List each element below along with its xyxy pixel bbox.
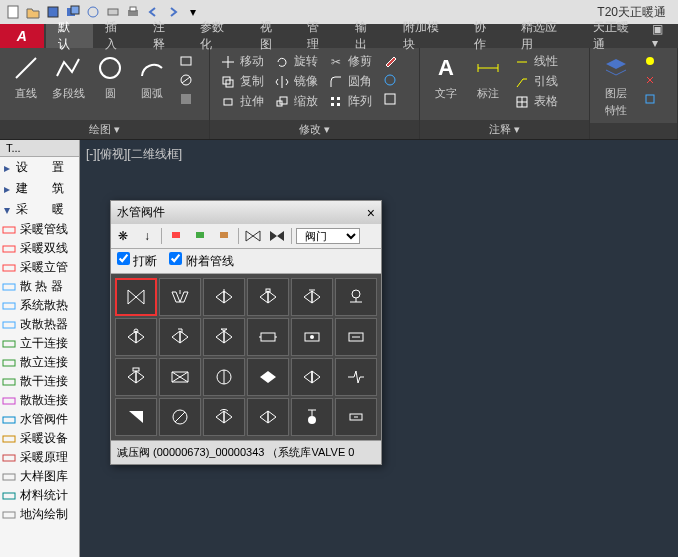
valve-symbol-4[interactable] bbox=[291, 278, 333, 316]
valve-symbol-18[interactable] bbox=[115, 398, 157, 436]
valve-symbol-20[interactable] bbox=[203, 398, 245, 436]
check-break[interactable]: 打断 bbox=[117, 252, 157, 270]
tab-manage[interactable]: 管理 bbox=[295, 24, 343, 48]
btn-scale[interactable]: 缩放 bbox=[270, 92, 322, 111]
valve-symbol-2[interactable] bbox=[203, 278, 245, 316]
valve-symbol-13[interactable] bbox=[159, 358, 201, 396]
btn-linear[interactable]: 线性 bbox=[510, 52, 562, 71]
side-item-11[interactable]: 采暖设备 bbox=[0, 429, 79, 448]
valve-symbol-22[interactable] bbox=[291, 398, 333, 436]
side-item-8[interactable]: 散干连接 bbox=[0, 372, 79, 391]
btn-dim[interactable]: 标注 bbox=[468, 52, 508, 101]
btn-copy[interactable]: 复制 bbox=[216, 72, 268, 91]
valve-symbol-0[interactable] bbox=[115, 278, 157, 316]
layer-state-3[interactable] bbox=[638, 90, 662, 108]
side-item-3[interactable]: 散 热 器 bbox=[0, 277, 79, 296]
valve-symbol-1[interactable] bbox=[159, 278, 201, 316]
tab-featured[interactable]: 精选应用 bbox=[509, 24, 580, 48]
btn-fillet[interactable]: 圆角 bbox=[324, 72, 376, 91]
palette-category-select[interactable]: 阀门 bbox=[296, 228, 360, 244]
btn-hatch-icon[interactable] bbox=[174, 71, 198, 89]
side-group-1[interactable]: ▸建 筑 bbox=[0, 178, 79, 199]
viewport-label[interactable]: [-][俯视][二维线框] bbox=[86, 146, 182, 163]
check-attach[interactable]: 附着管线 bbox=[169, 252, 233, 270]
btn-line[interactable]: 直线 bbox=[6, 52, 46, 101]
side-item-5[interactable]: 改散热器 bbox=[0, 315, 79, 334]
valve-symbol-16[interactable] bbox=[291, 358, 333, 396]
tab-default[interactable]: 默认 bbox=[46, 24, 94, 48]
side-item-15[interactable]: 地沟绘制 bbox=[0, 505, 79, 524]
btn-trim[interactable]: ✂修剪 bbox=[324, 52, 376, 71]
btn-rotate[interactable]: 旋转 bbox=[270, 52, 322, 71]
side-item-1[interactable]: 采暖双线 bbox=[0, 239, 79, 258]
btn-offset-icon[interactable] bbox=[378, 90, 402, 108]
side-item-9[interactable]: 散散连接 bbox=[0, 391, 79, 410]
tab-collab[interactable]: 协作 bbox=[462, 24, 510, 48]
pal-btn-flag2-icon[interactable] bbox=[190, 226, 210, 246]
side-item-14[interactable]: 材料统计 bbox=[0, 486, 79, 505]
side-item-4[interactable]: 系统散热 bbox=[0, 296, 79, 315]
side-group-2[interactable]: ▾采 暖 bbox=[0, 199, 79, 220]
side-item-7[interactable]: 散立连接 bbox=[0, 353, 79, 372]
app-logo[interactable]: A bbox=[0, 24, 44, 48]
tab-parametric[interactable]: 参数化 bbox=[188, 24, 247, 48]
qat-new-icon[interactable] bbox=[4, 3, 22, 21]
valve-symbol-11[interactable] bbox=[335, 318, 377, 356]
side-item-6[interactable]: 立干连接 bbox=[0, 334, 79, 353]
pal-btn-valve1-icon[interactable] bbox=[243, 226, 263, 246]
qat-dropdown-icon[interactable]: ▾ bbox=[184, 3, 202, 21]
tab-overflow-icon[interactable]: ▣ ▾ bbox=[652, 22, 672, 50]
valve-symbol-10[interactable] bbox=[291, 318, 333, 356]
btn-leader[interactable]: 引线 bbox=[510, 72, 562, 91]
tab-output[interactable]: 输出 bbox=[343, 24, 391, 48]
pal-btn-spray-icon[interactable]: ❋ bbox=[113, 226, 133, 246]
btn-rect-icon[interactable] bbox=[174, 52, 198, 70]
side-group-0[interactable]: ▸设 置 bbox=[0, 157, 79, 178]
panel-modify-label[interactable]: 修改 ▾ bbox=[210, 120, 419, 139]
valve-symbol-6[interactable] bbox=[115, 318, 157, 356]
valve-symbol-3[interactable] bbox=[247, 278, 289, 316]
btn-array[interactable]: 阵列 bbox=[324, 92, 376, 111]
side-item-2[interactable]: 采暖立管 bbox=[0, 258, 79, 277]
btn-polyline[interactable]: 多段线 bbox=[48, 52, 88, 101]
panel-annot-label[interactable]: 注释 ▾ bbox=[420, 120, 589, 139]
btn-text[interactable]: A文字 bbox=[426, 52, 466, 101]
layer-state-2[interactable] bbox=[638, 71, 662, 89]
qat-open-icon[interactable] bbox=[24, 3, 42, 21]
qat-web-icon[interactable] bbox=[84, 3, 102, 21]
side-item-0[interactable]: 采暖管线 bbox=[0, 220, 79, 239]
btn-region-icon[interactable] bbox=[174, 90, 198, 108]
pal-btn-down-icon[interactable]: ↓ bbox=[137, 226, 157, 246]
btn-stretch[interactable]: 拉伸 bbox=[216, 92, 268, 111]
btn-table[interactable]: 表格 bbox=[510, 92, 562, 111]
valve-symbol-17[interactable] bbox=[335, 358, 377, 396]
btn-circle[interactable]: 圆 bbox=[90, 52, 130, 101]
tab-tianzheng[interactable]: 天正暖通 bbox=[581, 24, 652, 48]
palette-titlebar[interactable]: 水管阀件 × bbox=[111, 201, 381, 224]
side-item-12[interactable]: 采暖原理 bbox=[0, 448, 79, 467]
valve-symbol-19[interactable] bbox=[159, 398, 201, 436]
btn-explode-icon[interactable] bbox=[378, 71, 402, 89]
valve-symbol-8[interactable] bbox=[203, 318, 245, 356]
tab-insert[interactable]: 插入 bbox=[93, 24, 141, 48]
pal-btn-flag3-icon[interactable] bbox=[214, 226, 234, 246]
valve-symbol-7[interactable] bbox=[159, 318, 201, 356]
tab-view[interactable]: 视图 bbox=[248, 24, 296, 48]
side-tab[interactable]: T... bbox=[0, 140, 79, 157]
valve-symbol-14[interactable] bbox=[203, 358, 245, 396]
btn-erase-icon[interactable] bbox=[378, 52, 402, 70]
valve-symbol-21[interactable] bbox=[247, 398, 289, 436]
pal-btn-flag1-icon[interactable] bbox=[166, 226, 186, 246]
close-icon[interactable]: × bbox=[367, 205, 375, 221]
side-item-10[interactable]: 水管阀件 bbox=[0, 410, 79, 429]
valve-symbol-9[interactable] bbox=[247, 318, 289, 356]
btn-arc[interactable]: 圆弧 bbox=[132, 52, 172, 101]
btn-move[interactable]: 移动 bbox=[216, 52, 268, 71]
btn-layers[interactable]: 图层特性 bbox=[596, 52, 636, 118]
btn-mirror[interactable]: 镜像 bbox=[270, 72, 322, 91]
valve-symbol-23[interactable] bbox=[335, 398, 377, 436]
tab-addons[interactable]: 附加模块 bbox=[391, 24, 462, 48]
valve-symbol-15[interactable] bbox=[247, 358, 289, 396]
valve-symbol-5[interactable] bbox=[335, 278, 377, 316]
pal-btn-valve2-icon[interactable] bbox=[267, 226, 287, 246]
